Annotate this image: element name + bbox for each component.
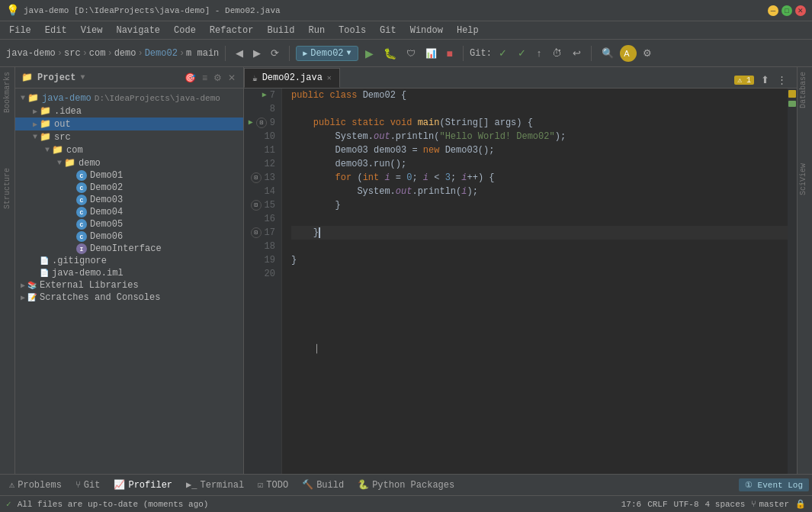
menu-item-git[interactable]: Git [374,24,403,37]
search-button[interactable]: 🔍 [598,45,618,61]
tree-arrow-scratches: ▶ [18,293,27,302]
bottom-tab-todo[interactable]: ☑ TODO [252,477,294,493]
close-button[interactable]: ✕ [795,5,806,16]
status-encoding[interactable]: UTF-8 [674,500,699,509]
status-lock[interactable]: 🔒 [795,499,806,509]
stop-button[interactable]: ■ [443,45,457,62]
event-log-button[interactable]: ① Event Log [739,478,809,491]
bottom-tab-git[interactable]: ⑂ Git [69,478,107,493]
menu-item-help[interactable]: Help [451,24,485,37]
tree-item-demo05[interactable]: ▶ C Demo05 [15,218,243,230]
bottom-tab-terminal[interactable]: ▶_ Terminal [180,477,250,493]
breadcrumb-demo[interactable]: demo [114,48,136,59]
java-icon-demo01: C [76,170,87,181]
git-history-button[interactable]: ⏱ [548,45,566,61]
coverage-button[interactable]: 🛡 [403,46,419,61]
bookmarks-panel-label[interactable]: Bookmarks [2,67,13,118]
git-section: Git: ✓ ✓ ↑ ⏱ ↩ [470,45,585,61]
breadcrumb-com[interactable]: com [89,48,106,59]
tab-close-demo02[interactable]: ✕ [327,73,332,82]
debug-button[interactable]: 🐛 [380,45,400,62]
git-tab-icon: ⑂ [75,480,81,491]
git-commit-button[interactable]: ✓ [514,45,530,61]
status-vcs-branch[interactable]: ⑂ master [751,500,789,509]
panel-collapse-button[interactable]: ≡ [201,71,209,85]
tree-item-demo04[interactable]: ▶ C Demo04 [15,206,243,218]
editor-overflow-button[interactable]: ⋮ [773,72,791,88]
menu-item-build[interactable]: Build [261,24,300,37]
git-update-button[interactable]: ✓ [495,45,511,61]
bottom-tab-python[interactable]: 🐍 Python Packages [351,477,461,493]
folder-icon-com: 📁 [52,144,63,156]
run-config-dropdown[interactable]: ▶ Demo02 ▼ [296,46,358,61]
breadcrumb-demo02[interactable]: Demo02 [145,48,178,59]
tree-item-demo03[interactable]: ▶ C Demo03 [15,194,243,206]
tree-item-com[interactable]: ▼ 📁 com [15,143,243,156]
status-indent[interactable]: 4 spaces [705,500,746,509]
code-line-18 [291,240,788,253]
code-content[interactable]: public class Demo02 { public static void… [282,89,788,474]
tree-item-demo01[interactable]: ▶ C Demo01 [15,169,243,182]
menu-item-window[interactable]: Window [404,24,449,37]
minimize-button[interactable]: ─ [768,5,778,16]
breadcrumb-src[interactable]: src [64,48,81,59]
panel-settings-button[interactable]: ⚙ [212,71,223,85]
tree-item-root[interactable]: ▼ 📁 java-demo D:\IdeaProjects\java-demo [15,92,243,105]
git-push-button[interactable]: ↑ [533,45,546,61]
tree-item-demo02[interactable]: ▶ C Demo02 [15,182,243,194]
menu-item-file[interactable]: File [3,24,37,37]
profile-button[interactable]: 📊 [422,46,441,61]
bottom-tab-build[interactable]: 🔨 Build [296,477,350,493]
tree-item-extlib[interactable]: ▶ 📚 External Libraries [15,279,243,291]
panel-close-button[interactable]: ✕ [226,71,237,85]
run-button[interactable]: ▶ [361,45,377,62]
panel-icon-buttons: 🎯 ≡ ⚙ ✕ [183,71,237,85]
structure-panel-label[interactable]: Structure [2,163,13,214]
code-line-14: System.out.println(i); [291,185,788,198]
recent-files-button[interactable]: ⟳ [267,45,283,61]
title-bar-left: 💡 java-demo [D:\IdeaProjects\java-demo] … [6,4,281,17]
menu-item-code[interactable]: Code [168,24,202,37]
menu-item-edit[interactable]: Edit [39,24,73,37]
app-icon: 💡 [6,4,19,17]
tree-item-src[interactable]: ▼ 📁 src [15,130,243,143]
tree-item-demointerface[interactable]: ▶ I DemoInterface [15,243,243,255]
breadcrumb-method[interactable]: m main [186,48,219,59]
tree-item-out[interactable]: ▶ 📁 out [15,118,243,130]
menu-item-run[interactable]: Run [302,24,331,37]
branch-name: master [759,500,789,509]
menu-item-view[interactable]: View [75,24,109,37]
status-vcs-sync[interactable]: ✓ [6,499,11,509]
tree-item-demo06[interactable]: ▶ C Demo06 [15,230,243,243]
forward-button[interactable]: ▶ [249,45,265,61]
git-label: Git: [470,48,492,59]
git-revert-button[interactable]: ↩ [569,45,585,61]
tree-item-iml[interactable]: ▶ 📄 java-demo.iml [15,267,243,279]
menu-item-refactor[interactable]: Refactor [204,24,260,37]
bottom-tab-profiler[interactable]: 📈 Profiler [108,477,178,493]
editor-tab-demo02[interactable]: ☕ Demo02.java ✕ [244,68,340,88]
menu-item-navigate[interactable]: Navigate [110,24,166,37]
run-gutter-9[interactable]: ▶ [249,116,253,130]
back-button[interactable]: ◀ [232,45,247,61]
settings-button[interactable]: ⚙ [639,45,656,61]
bottom-tab-problems[interactable]: ⚠ Problems [3,477,68,493]
profile-icon-button[interactable]: A [620,45,637,62]
database-panel-label[interactable]: Database [798,67,812,113]
menu-item-tools[interactable]: Tools [332,24,372,37]
run-gutter-7[interactable]: ▶ [262,89,267,102]
editor-expand-button[interactable]: ⬆ [757,72,773,88]
panel-locate-button[interactable]: 🎯 [183,71,197,85]
breadcrumb-project[interactable]: java-demo [6,48,56,59]
line-num-10: 10 [244,130,275,143]
tree-item-gitignore[interactable]: ▶ 📄 .gitignore [15,255,243,267]
sciview-panel-label[interactable]: SciView [798,159,812,200]
status-line-ending[interactable]: CRLF [647,500,667,509]
tree-item-scratches[interactable]: ▶ 📝 Scratches and Consoles [15,291,243,304]
tree-item-idea[interactable]: ▶ 📁 .idea [15,105,243,118]
maximize-button[interactable]: □ [782,5,792,16]
code-editor: ▶ 7 8 ▶ ⊡ 9 10 11 12 ⊡ 13 14 ⊡ [244,89,797,474]
main-area: Bookmarks Structure 📁 Project ▼ 🎯 ≡ ⚙ ✕ … [0,67,812,474]
tree-item-demo[interactable]: ▼ 📁 demo [15,156,243,169]
status-position[interactable]: 17:6 [621,500,641,509]
